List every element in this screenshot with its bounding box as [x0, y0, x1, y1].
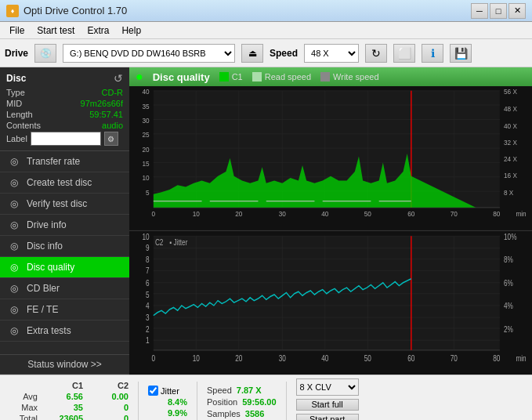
- cd-bler-icon: ◎: [8, 282, 20, 295]
- verify-test-disc-icon: ◎: [8, 197, 20, 210]
- close-button[interactable]: ✕: [508, 3, 526, 19]
- sidebar-item-drive-info[interactable]: ◎ Drive info: [0, 215, 129, 236]
- svg-text:10: 10: [193, 354, 200, 363]
- total-c2: 0: [89, 414, 128, 421]
- clv-speed-select[interactable]: 8 X CLV: [296, 378, 359, 396]
- sidebar-item-transfer-rate[interactable]: ◎ Transfer rate: [0, 151, 129, 172]
- jitter-label: Jitter: [161, 386, 179, 396]
- label-settings-button[interactable]: ⚙: [104, 132, 118, 146]
- sidebar: Disc ↺ Type CD-R MID 97m26s66f Length 59…: [0, 67, 129, 375]
- transfer-rate-icon: ◎: [8, 155, 20, 168]
- svg-text:30: 30: [279, 210, 286, 219]
- jitter-section: Jitter 8.4% 9.9%: [148, 378, 187, 420]
- menu-help[interactable]: Help: [115, 24, 147, 38]
- samples-key: Samples: [207, 409, 241, 418]
- svg-text:3: 3: [146, 313, 150, 322]
- save-button[interactable]: 💾: [450, 44, 472, 63]
- label-input[interactable]: [31, 132, 101, 146]
- length-value: 59:57.41: [89, 110, 123, 119]
- menu-bar: File Start test Extra Help: [0, 22, 532, 39]
- svg-text:35: 35: [143, 102, 150, 110]
- contents-value: audio: [102, 121, 123, 130]
- button-section: 8 X CLV Start full Start part: [296, 378, 359, 420]
- charts-container: 40 35 30 25 20 15 10 5 56 X 48 X 40 X 32…: [129, 86, 532, 375]
- menu-start-test[interactable]: Start test: [31, 24, 81, 38]
- type-value: CD-R: [102, 88, 124, 97]
- svg-text:30: 30: [143, 117, 150, 125]
- sidebar-item-label: Verify test disc: [27, 198, 87, 209]
- svg-text:25: 25: [143, 131, 150, 139]
- svg-text:80: 80: [493, 210, 500, 219]
- svg-text:50: 50: [364, 354, 371, 363]
- legend-write-speed: Write speed: [333, 72, 379, 81]
- stats-header-c1: C1: [44, 381, 83, 390]
- stats-header-c2: C2: [89, 381, 128, 390]
- svg-text:▪ Jitter: ▪ Jitter: [169, 237, 187, 246]
- jitter-checkbox[interactable]: [148, 386, 158, 396]
- sidebar-item-disc-quality[interactable]: ◎ Disc quality: [0, 257, 129, 278]
- chart-c1-svg: 40 35 30 25 20 15 10 5 56 X 48 X 40 X 32…: [129, 86, 532, 230]
- svg-text:4: 4: [146, 301, 150, 310]
- maximize-button[interactable]: □: [490, 3, 507, 19]
- svg-text:7: 7: [146, 266, 150, 275]
- chart-area: ● Disc quality C1 Read speed Write speed: [129, 67, 532, 375]
- info-button[interactable]: ℹ: [422, 44, 443, 63]
- disc-info-icon: ◎: [8, 240, 20, 252]
- sidebar-item-fe-te[interactable]: ◎ FE / TE: [0, 299, 129, 320]
- drive-icon: 💿: [34, 44, 56, 63]
- disc-refresh-icon[interactable]: ↺: [114, 72, 123, 85]
- status-window-button[interactable]: Status window >>: [0, 354, 129, 375]
- svg-text:20: 20: [235, 354, 242, 363]
- refresh-button[interactable]: ↻: [365, 44, 387, 63]
- menu-file[interactable]: File: [3, 24, 31, 38]
- mid-value: 97m26s66f: [81, 99, 123, 108]
- minimize-button[interactable]: ─: [471, 3, 488, 19]
- svg-text:9: 9: [146, 244, 150, 252]
- erase-button[interactable]: ⬜: [393, 44, 415, 63]
- svg-text:min: min: [516, 210, 526, 219]
- sidebar-item-create-test-disc[interactable]: ◎ Create test disc: [0, 172, 129, 194]
- sidebar-item-label: Transfer rate: [27, 156, 80, 167]
- start-full-button[interactable]: Start full: [296, 399, 359, 411]
- svg-text:56 X: 56 X: [504, 88, 517, 96]
- svg-text:40: 40: [321, 354, 328, 363]
- sidebar-item-disc-info[interactable]: ◎ Disc info: [0, 236, 129, 257]
- max-c2: 0: [89, 403, 128, 412]
- divider-2: [197, 382, 197, 420]
- svg-text:40: 40: [143, 88, 150, 96]
- position-key: Position: [207, 397, 237, 407]
- speed-label: Speed: [270, 48, 298, 59]
- svg-text:32 X: 32 X: [504, 138, 517, 147]
- chart-header: ● Disc quality C1 Read speed Write speed: [129, 67, 532, 86]
- svg-text:48 X: 48 X: [504, 105, 517, 114]
- eject-button[interactable]: ⏏: [241, 44, 263, 63]
- stats-bar: C1 C2 Avg 6.56 0.00 Max 35 0 Total 23605…: [0, 375, 532, 420]
- sidebar-item-label: Disc info: [27, 241, 63, 252]
- svg-text:8%: 8%: [504, 255, 513, 264]
- chart-c1: 40 35 30 25 20 15 10 5 56 X 48 X 40 X 32…: [129, 86, 532, 231]
- mid-label: MID: [6, 99, 22, 108]
- svg-text:16 X: 16 X: [504, 172, 517, 180]
- sidebar-item-verify-test-disc[interactable]: ◎ Verify test disc: [0, 194, 129, 215]
- drive-select[interactable]: G:) BENQ DVD DD DW1640 BSRB: [63, 44, 235, 63]
- speed-select[interactable]: 48 X: [304, 44, 359, 63]
- svg-text:60: 60: [407, 354, 414, 363]
- svg-text:10: 10: [193, 210, 200, 219]
- type-label: Type: [6, 88, 25, 97]
- svg-text:8 X: 8 X: [504, 188, 514, 197]
- contents-label: Contents: [6, 121, 41, 130]
- sidebar-item-label: Create test disc: [27, 177, 92, 188]
- sidebar-item-extra-tests[interactable]: ◎ Extra tests: [0, 320, 129, 342]
- svg-text:5: 5: [146, 291, 150, 299]
- svg-text:8: 8: [146, 255, 150, 264]
- sidebar-item-cd-bler[interactable]: ◎ CD Bler: [0, 278, 129, 299]
- svg-text:0: 0: [152, 210, 156, 219]
- svg-text:20: 20: [235, 210, 242, 219]
- avg-c1: 6.56: [44, 392, 83, 401]
- menu-extra[interactable]: Extra: [81, 24, 115, 38]
- start-part-button[interactable]: Start part: [296, 414, 359, 421]
- svg-text:6%: 6%: [504, 278, 513, 287]
- svg-text:30: 30: [279, 354, 286, 363]
- svg-text:50: 50: [364, 210, 371, 219]
- divider-3: [286, 382, 287, 420]
